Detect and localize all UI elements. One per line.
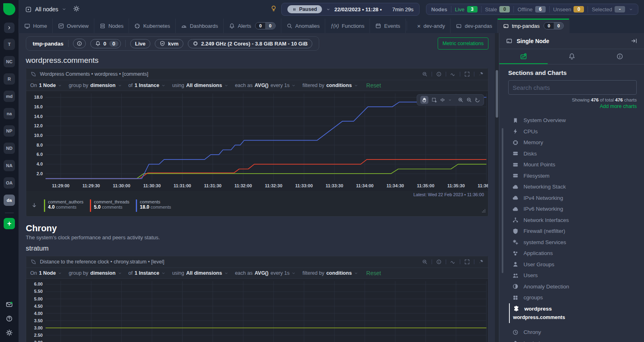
legend-sort-icon[interactable] [31, 202, 37, 210]
add-more-charts-link[interactable]: Add more charts [508, 104, 637, 109]
tab-kubernetes[interactable]: Kubernetes [129, 19, 176, 33]
sidebar-subitem-wordpress.comments[interactable]: wordpress.comments [512, 314, 637, 323]
workspace-NC[interactable]: NC [4, 56, 15, 67]
sidebar-item-applications[interactable]: Applications [508, 248, 637, 259]
workspace-NA[interactable]: NA [4, 160, 15, 171]
chart-info-icon[interactable] [436, 259, 442, 265]
filter-group-by[interactable]: group bydimension [69, 270, 122, 276]
sidebar-item-memory[interactable]: Memory [508, 137, 637, 148]
workspace-na[interactable]: na [4, 108, 15, 119]
time-chevron-icon[interactable] [326, 7, 330, 12]
selected-stat[interactable]: Selected - [592, 6, 625, 12]
paused-button[interactable]: Paused [287, 5, 322, 13]
tab-info[interactable] [596, 49, 644, 64]
filter-On[interactable]: On1 Node [30, 270, 62, 276]
selected-chevron-icon[interactable] [629, 7, 633, 12]
sidebar-item-users[interactable]: Users [508, 270, 637, 281]
tab-home[interactable]: Home [19, 19, 53, 33]
sidebar-item-user-groups[interactable]: User Groups [508, 259, 637, 270]
stat-offline[interactable]: Offline 6 [517, 6, 545, 12]
sidebar-item-chrony[interactable]: Chrony [508, 327, 637, 338]
workspace-da[interactable]: da [4, 195, 15, 206]
sidebar-item-system-overview[interactable]: System Overview [508, 115, 637, 126]
scrollbar-thumb[interactable] [496, 70, 498, 118]
netdata-logo[interactable] [3, 3, 15, 15]
chart-plot-area[interactable]: 2.04.06.08.010.012.014.016.018.011:29:00… [26, 91, 488, 191]
sidebar-item-anomaly-detection[interactable]: Anomaly Detection [508, 281, 637, 292]
chart-resize-handle[interactable] [481, 207, 486, 215]
workspace-T[interactable]: T [4, 39, 15, 50]
sidebar-item-filesystem[interactable]: Filesystem [508, 170, 637, 182]
workspace-OA[interactable]: OA [4, 177, 15, 189]
news-icon[interactable] [6, 301, 13, 308]
search-charts-input[interactable] [508, 80, 637, 95]
workspace-R[interactable]: R [4, 73, 15, 85]
zoom-in-button[interactable] [458, 97, 463, 103]
workspace-md[interactable]: md [4, 91, 15, 102]
sidebar-item-cgroups[interactable]: cgroups [508, 292, 637, 303]
filter-On[interactable]: On1 Node [30, 83, 62, 88]
sidebar-item-mount-points[interactable]: Mount Points [508, 159, 637, 170]
chart-canvas[interactable]: 2.04.06.08.010.012.014.016.018.011:29:00… [26, 91, 488, 191]
tab-tmp-pandas[interactable]: tmp-pandas00 [498, 19, 569, 33]
sidebar-item-cpus[interactable]: CPUs [508, 126, 637, 137]
reset-zoom-button[interactable] [475, 97, 480, 103]
filter-of[interactable]: of1 Instance [129, 83, 166, 88]
pan-tool-button[interactable] [420, 96, 428, 104]
chart-pin-icon[interactable] [478, 259, 484, 265]
main-scrollbar[interactable] [495, 33, 499, 342]
help-icon[interactable] [6, 315, 13, 322]
add-workspace-button[interactable]: + [4, 218, 15, 229]
sidebar-item-ipv4-networking[interactable]: IPv4 Networking [508, 193, 637, 204]
filter-of[interactable]: of1 Instance [129, 270, 166, 276]
stat-unseen[interactable]: Unseen 0 [553, 6, 584, 12]
sidebar-item-firewall-netfilter-[interactable]: Firewall (netfilter) [508, 226, 637, 237]
chart-zoom-icon[interactable] [422, 259, 428, 265]
sidebar-item-disks[interactable]: Disks [508, 148, 637, 160]
chart-type-icon[interactable] [450, 259, 456, 265]
sidebar-item-logind[interactable]: Logind [508, 338, 637, 342]
filter-filtered-by[interactable]: filtered byconditions [302, 83, 358, 88]
metric-correlations-button[interactable]: Metric correlations [438, 37, 488, 50]
horizontal-zoom-button[interactable] [440, 97, 445, 103]
filter-filtered-by[interactable]: filtered byconditions [302, 270, 358, 276]
chart-canvas[interactable]: 2.002.503.003.504.004.505.005.506.00 [26, 279, 488, 342]
tab-functions[interactable]: ƒ(x)Functions [325, 19, 370, 33]
sidebar-item-systemd-services[interactable]: systemd Services [508, 237, 637, 248]
tab-nodes[interactable]: Nodes [94, 19, 129, 33]
sidebar-scrollbar-thumb[interactable] [502, 128, 503, 273]
chart-info-icon[interactable] [436, 71, 442, 77]
topbar-settings-button[interactable] [73, 5, 80, 14]
tools-chevron-icon[interactable] [448, 98, 452, 102]
workspace-ND[interactable]: ND [4, 143, 15, 154]
chart-zoom-icon[interactable] [422, 71, 428, 77]
sidebar-item-network-interfaces[interactable]: Network Interfaces [508, 215, 637, 226]
reset-filters-button[interactable]: Reset [366, 270, 381, 276]
chart-pin-icon[interactable] [478, 71, 484, 77]
chart-fullscreen-icon[interactable] [464, 259, 470, 265]
tab-alerts[interactable] [548, 49, 596, 64]
tab-dev-andy[interactable]: ×dev-andy [412, 19, 451, 33]
filter-each-as[interactable]: each asAVG()every 1s [235, 83, 296, 88]
zoom-out-button[interactable] [466, 97, 472, 103]
settings-icon[interactable] [6, 329, 13, 336]
chart-fullscreen-icon[interactable] [464, 71, 470, 77]
tab-dashboards[interactable]: Dashboards [176, 19, 224, 33]
legend-item-comments[interactable]: comments 18.0 comments [136, 199, 171, 212]
stat-stale[interactable]: Stale 0 [485, 6, 510, 12]
tab-dev-pandas[interactable]: dev-pandas [451, 19, 498, 33]
tab-events[interactable]: Events [370, 19, 406, 33]
news-bulb-icon[interactable] [270, 5, 277, 14]
filter-using[interactable]: usingAll dimensions [172, 83, 229, 88]
tab-alerts[interactable]: Alerts00 [224, 19, 281, 33]
sidebar-item-wordpress[interactable]: wordpress [512, 303, 637, 315]
node-alerts-pill[interactable]: 0 0 [90, 39, 121, 48]
tab-overview[interactable]: Overview [53, 19, 94, 33]
stat-live[interactable]: Live 3 [455, 6, 478, 12]
filter-group-by[interactable]: group bydimension [69, 83, 122, 88]
filter-using[interactable]: usingAll dimensions [172, 270, 229, 276]
collapse-sidebar-icon[interactable] [631, 37, 638, 44]
datetime-label[interactable]: 22/02/2023 • 11:28 • [334, 6, 382, 12]
select-tool-button[interactable] [431, 97, 437, 103]
legend-item-comment_threads[interactable]: comment_threads 5.0 comments [90, 199, 129, 212]
